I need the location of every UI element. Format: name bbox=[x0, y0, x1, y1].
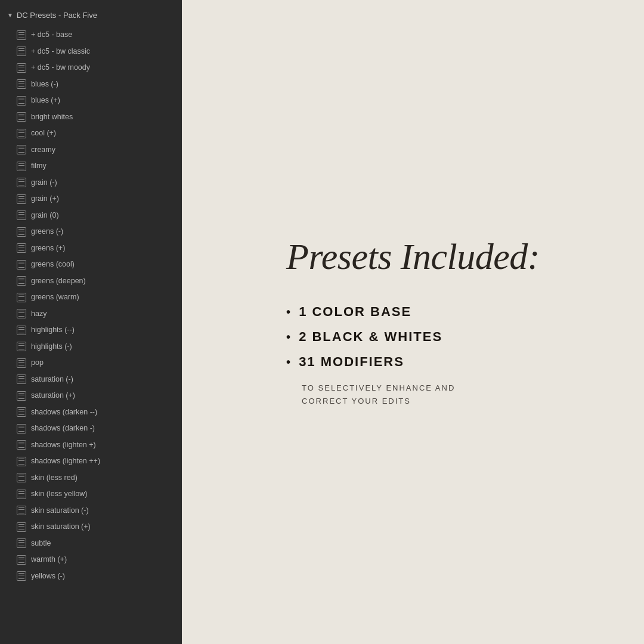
preset-icon bbox=[17, 490, 26, 499]
sidebar-item-label: blues (+) bbox=[31, 95, 60, 106]
sidebar-item-label: greens (cool) bbox=[31, 259, 75, 270]
sidebar-item[interactable]: highlights (--) bbox=[0, 322, 182, 339]
preset-icon bbox=[17, 424, 26, 434]
sidebar-item-label: shadows (lighten ++) bbox=[31, 456, 100, 467]
preset-icon bbox=[17, 538, 26, 548]
preset-icon bbox=[17, 555, 26, 565]
sidebar-item[interactable]: skin saturation (+) bbox=[0, 519, 182, 535]
sidebar-item-label: yellows (-) bbox=[31, 571, 65, 582]
sidebar-item-label: highlights (--) bbox=[31, 325, 75, 336]
preset-icon bbox=[17, 326, 26, 335]
preset-icon bbox=[17, 47, 26, 56]
sidebar-item-label: + dc5 - base bbox=[31, 30, 72, 41]
sidebar-item-label: pop bbox=[31, 358, 44, 369]
sidebar-item[interactable]: shadows (lighten +) bbox=[0, 437, 182, 454]
preset-icon bbox=[17, 391, 26, 401]
sidebar-item[interactable]: cool (+) bbox=[0, 125, 182, 142]
sidebar-item-label: highlights (-) bbox=[31, 342, 72, 352]
preset-icon bbox=[17, 571, 26, 581]
sidebar-item[interactable]: greens (deepen) bbox=[0, 273, 182, 290]
sidebar-item[interactable]: highlights (-) bbox=[0, 339, 182, 355]
bullet-item-2-text: 2 Black & Whites bbox=[299, 329, 442, 345]
sidebar-item[interactable]: + dc5 - bw classic bbox=[0, 44, 182, 60]
sidebar-item-label: saturation (+) bbox=[31, 391, 75, 401]
preset-icon bbox=[17, 243, 26, 253]
bullet-item-3-text: 31 Modifiers bbox=[299, 354, 404, 370]
sidebar-item-label: saturation (-) bbox=[31, 374, 73, 385]
preset-icon bbox=[17, 79, 26, 89]
sidebar-item-label: skin (less yellow) bbox=[31, 489, 87, 500]
sidebar-item[interactable]: grain (+) bbox=[0, 191, 182, 208]
sidebar-item-label: + dc5 - bw moody bbox=[31, 63, 90, 73]
preset-icon bbox=[17, 473, 26, 482]
sidebar-item[interactable]: shadows (lighten ++) bbox=[0, 453, 182, 470]
sidebar-item-label: greens (deepen) bbox=[31, 276, 86, 287]
sidebar-item-label: skin (less red) bbox=[31, 473, 78, 484]
bullet-item-3: 31 Modifiers bbox=[286, 354, 540, 370]
sidebar-item-label: grain (+) bbox=[31, 194, 59, 205]
sidebar-item[interactable]: warmth (+) bbox=[0, 552, 182, 568]
sidebar-item-label: shadows (lighten +) bbox=[31, 440, 96, 451]
sidebar-header[interactable]: ▼ DC Presets - Pack Five bbox=[0, 6, 182, 27]
sidebar-item-label: greens (warm) bbox=[31, 292, 79, 303]
preset-icon bbox=[17, 112, 26, 122]
sidebar-item-label: hazy bbox=[31, 309, 47, 320]
sidebar-item[interactable]: bright whites bbox=[0, 109, 182, 126]
sidebar-item[interactable]: skin (less red) bbox=[0, 470, 182, 487]
preset-icon bbox=[17, 260, 26, 270]
sidebar-item[interactable]: + dc5 - base bbox=[0, 27, 182, 44]
sidebar-item[interactable]: greens (cool) bbox=[0, 256, 182, 273]
preset-icon bbox=[17, 293, 26, 302]
preset-icon bbox=[17, 145, 26, 154]
sidebar-item[interactable]: saturation (-) bbox=[0, 371, 182, 388]
main-heading: Presets Included: bbox=[286, 236, 540, 277]
sidebar-item-label: blues (-) bbox=[31, 79, 58, 90]
main-content: Presets Included: 1 Color Base 2 Black &… bbox=[182, 0, 644, 644]
sidebar-item[interactable]: + dc5 - bw moody bbox=[0, 60, 182, 76]
preset-icon bbox=[17, 407, 26, 417]
preset-icon bbox=[17, 129, 26, 138]
sidebar-item-label: bright whites bbox=[31, 112, 73, 123]
sidebar-item-label: skin saturation (-) bbox=[31, 506, 89, 516]
collapse-icon: ▼ bbox=[7, 12, 13, 18]
sidebar-item[interactable]: pop bbox=[0, 355, 182, 371]
bullet-item-1: 1 Color Base bbox=[286, 304, 540, 320]
preset-icon bbox=[17, 96, 26, 106]
sidebar-item-label: creamy bbox=[31, 145, 55, 156]
sidebar-item[interactable]: grain (0) bbox=[0, 208, 182, 224]
sidebar-item[interactable]: shadows (darken --) bbox=[0, 404, 182, 421]
sidebar-item[interactable]: creamy bbox=[0, 142, 182, 159]
sidebar-item-label: warmth (+) bbox=[31, 555, 67, 565]
preset-icon bbox=[17, 309, 26, 318]
sidebar-item[interactable]: grain (-) bbox=[0, 175, 182, 191]
sidebar-item[interactable]: greens (+) bbox=[0, 240, 182, 257]
sidebar-item[interactable]: subtle bbox=[0, 535, 182, 552]
bullet-item-2: 2 Black & Whites bbox=[286, 329, 540, 345]
preset-icon bbox=[17, 63, 26, 73]
sidebar-item-label: filmy bbox=[31, 161, 47, 172]
preset-icon bbox=[17, 374, 26, 384]
sidebar-item[interactable]: blues (-) bbox=[0, 76, 182, 93]
preset-icon bbox=[17, 358, 26, 368]
sidebar-item[interactable]: saturation (+) bbox=[0, 388, 182, 404]
content-box: Presets Included: 1 Color Base 2 Black &… bbox=[286, 236, 540, 407]
sidebar-item-label: greens (-) bbox=[31, 227, 63, 237]
sub-text: TO SELECTIVELY ENHANCE ANDCORRECT YOUR E… bbox=[302, 382, 540, 408]
sidebar-item-label: subtle bbox=[31, 538, 51, 549]
sidebar-item[interactable]: greens (warm) bbox=[0, 289, 182, 306]
sidebar-item[interactable]: yellows (-) bbox=[0, 568, 182, 585]
sidebar-item-label: shadows (darken --) bbox=[31, 407, 97, 418]
sidebar-item[interactable]: hazy bbox=[0, 306, 182, 323]
sidebar-item-label: grain (-) bbox=[31, 178, 57, 188]
preset-icon bbox=[17, 227, 26, 237]
sidebar-item[interactable]: skin saturation (-) bbox=[0, 503, 182, 519]
bullet-item-1-text: 1 Color Base bbox=[299, 304, 411, 320]
sidebar-item[interactable]: filmy bbox=[0, 158, 182, 175]
sidebar-item[interactable]: shadows (darken -) bbox=[0, 420, 182, 437]
sidebar-item[interactable]: skin (less yellow) bbox=[0, 486, 182, 503]
sidebar-item[interactable]: greens (-) bbox=[0, 224, 182, 240]
sidebar-item[interactable]: blues (+) bbox=[0, 92, 182, 109]
sidebar-title: DC Presets - Pack Five bbox=[17, 11, 97, 20]
preset-icon bbox=[17, 440, 26, 450]
sidebar-item-label: + dc5 - bw classic bbox=[31, 47, 90, 57]
